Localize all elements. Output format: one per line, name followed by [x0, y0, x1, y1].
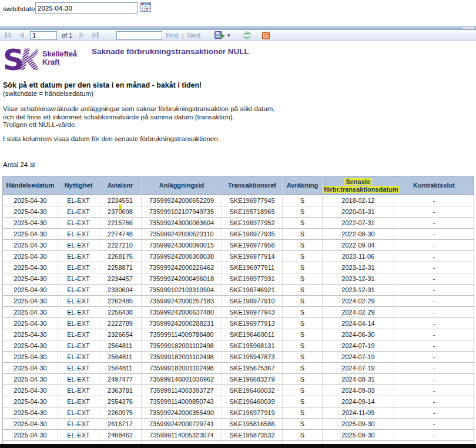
table-row: 2025-04-30EL-EXT233060473599910210331090…: [3, 285, 474, 296]
find-text-input[interactable]: [116, 31, 162, 40]
refresh-button[interactable]: [243, 31, 252, 39]
table-cell: -: [394, 407, 474, 419]
table-cell: 735999242000523110: [142, 229, 222, 240]
table-cell: 2023-12-31: [323, 273, 394, 285]
table-cell: 2025-04-30: [3, 407, 58, 419]
find-next-link[interactable]: Next: [187, 32, 201, 39]
table-cell: 2268176: [99, 251, 142, 262]
table-cell: -: [394, 318, 474, 329]
table-cell: -: [394, 296, 474, 307]
table-cell: 735999182001102498: [142, 352, 222, 363]
table-cell: 2025-04-30: [3, 363, 58, 374]
table-row: 2025-04-30EL-EXT256481173599918200110249…: [3, 363, 474, 374]
table-cell: 735999114009788480: [142, 329, 222, 340]
table-row: 2025-04-30EL-EXT236378173599911400339372…: [3, 385, 474, 396]
table-cell: 2025-04-30: [3, 262, 58, 273]
column-header: Senasteförbr.transaktionsdatum: [323, 176, 394, 195]
table-cell: 735999114005323074: [142, 430, 222, 441]
table-cell: S: [283, 352, 323, 363]
table-cell: SKE196977919: [222, 407, 283, 419]
table-row: 2025-04-30EL-EXT249747773599914600103696…: [3, 374, 474, 385]
table-cell: EL-EXT: [58, 206, 99, 218]
calendar-picker-button[interactable]: [140, 2, 151, 13]
last-page-button[interactable]: [92, 31, 99, 39]
table-cell: 735999182001102498: [142, 363, 222, 374]
report-description: Visar schablonavräknade anläggningar som…: [3, 105, 275, 129]
table-cell: -: [394, 419, 474, 430]
first-page-icon: [5, 32, 11, 38]
table-cell: 2256438: [99, 307, 142, 318]
first-page-button[interactable]: [5, 31, 11, 39]
table-cell: EL-EXT: [58, 352, 99, 363]
table-cell: 2554376: [99, 396, 142, 407]
table-cell: S: [283, 195, 323, 206]
table-cell: 2024-07-19: [323, 363, 394, 374]
report-viewer-screen: switchdate: [0, 0, 476, 448]
switchdate-input[interactable]: [35, 2, 138, 14]
table-cell: EL-EXT: [58, 240, 99, 251]
table-cell: -: [394, 262, 474, 273]
table-cell: 2023-12-31: [323, 262, 394, 273]
table-cell: S: [283, 374, 323, 385]
table-cell: 735999243000090015: [142, 240, 222, 251]
table-cell: -: [394, 273, 474, 285]
row-count-label: Antal 24 st: [3, 161, 35, 168]
table-row: 2025-04-30EL-EXT221576673599924300008360…: [3, 218, 474, 229]
table-cell: 2468462: [99, 430, 142, 441]
table-cell: 2024-09-03: [323, 385, 394, 396]
table-cell: EL-EXT: [58, 285, 99, 296]
table-cell: SKE195947873: [222, 352, 283, 363]
table-cell: EL-EXT: [58, 296, 99, 307]
table-cell: SKE196683279: [222, 374, 283, 385]
export-dropdown-button[interactable]: ▼: [214, 31, 231, 39]
table-cell: 735999102107949735: [142, 206, 222, 218]
switchdate-note: (switchdate = händelsedatum): [3, 90, 93, 97]
previous-page-button[interactable]: [19, 31, 24, 39]
find-link[interactable]: Find: [166, 32, 178, 39]
table-cell: S: [283, 251, 323, 262]
table-cell: 2022-08-30: [323, 229, 394, 240]
table-cell: EL-EXT: [58, 318, 99, 329]
last-column-note: I sista kolumnen visas datum för den sen…: [3, 135, 220, 142]
header-text: Händelsedatum: [6, 182, 55, 189]
next-page-button[interactable]: [79, 31, 84, 39]
yellow-cursor-mark: [119, 205, 122, 209]
export-caret-icon: ▼: [226, 33, 231, 38]
table-row: 2025-04-30EL-EXT246846273599911400532307…: [3, 430, 474, 441]
export-data-feed-button[interactable]: [262, 31, 270, 39]
column-header: Avtalsnr: [99, 176, 142, 195]
table-cell: 2022-09-04: [323, 240, 394, 251]
table-row: 2025-04-30EL-EXT223455173599924200065220…: [3, 195, 474, 206]
table-cell: -: [394, 251, 474, 262]
table-cell: 2326654: [99, 329, 142, 340]
table-cell: 735999243000083604: [142, 218, 222, 229]
table-cell: EL-EXT: [58, 363, 99, 374]
table-row: 2025-04-30EL-EXT227474873599924200052311…: [3, 229, 474, 240]
column-header: Kontraktsslut: [394, 176, 474, 195]
results-table: HändelsedatumNyttighetAvtalsnrAnläggning…: [2, 176, 474, 448]
current-page-input[interactable]: [30, 31, 57, 40]
table-cell: 2262485: [99, 296, 142, 307]
data-feed-icon: [262, 32, 270, 39]
logo-wordmark-line1: Skellefteå: [42, 50, 77, 58]
table-cell: EL-EXT: [58, 329, 99, 340]
table-cell: -: [394, 340, 474, 352]
header-text: Avräkning: [287, 182, 318, 189]
table-row: 2025-04-30EL-EXT226817673599924200030803…: [3, 251, 474, 262]
table-cell: -: [394, 385, 474, 396]
table-cell: EL-EXT: [58, 419, 99, 430]
table-cell: SKE196977943: [222, 307, 283, 318]
header-text: Avtalsnr: [108, 182, 133, 189]
pane-splitter[interactable]: [0, 26, 476, 30]
table-cell: S: [283, 240, 323, 251]
table-cell: S: [283, 206, 323, 218]
table-cell: 2025-04-30: [3, 318, 58, 329]
table-cell: 735999102103310904: [142, 285, 222, 296]
table-row: 2025-04-30EL-EXT256481173599918200110249…: [3, 352, 474, 363]
table-row: 2025-04-30EL-EXT222278973599924200028823…: [3, 318, 474, 329]
table-cell: EL-EXT: [58, 195, 99, 206]
table-cell: S: [283, 430, 323, 441]
splitter-grip-handle[interactable]: [462, 26, 475, 29]
header-text: Nyttighet: [65, 182, 93, 189]
table-cell: 2024-07-19: [323, 340, 394, 352]
